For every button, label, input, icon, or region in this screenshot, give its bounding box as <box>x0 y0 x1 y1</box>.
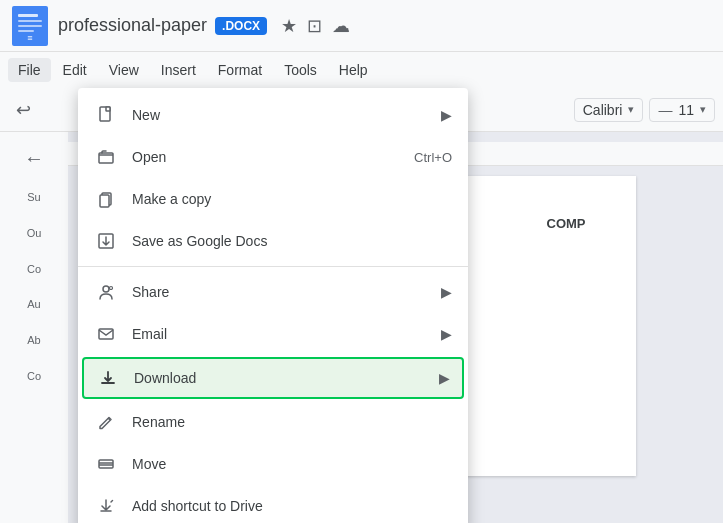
download-arrow: ▶ <box>439 370 450 386</box>
email-icon <box>94 322 118 346</box>
move-icon <box>94 452 118 476</box>
menu-item-share[interactable]: Share ▶ <box>78 271 468 313</box>
menu-open-label: Open <box>132 149 414 165</box>
menu-save-as-google-label: Save as Google Docs <box>132 233 452 249</box>
share-icon <box>94 280 118 304</box>
menu-item-move[interactable]: Move <box>78 443 468 485</box>
download-icon <box>96 366 120 390</box>
save-as-google-icon <box>94 229 118 253</box>
divider-1 <box>78 266 468 267</box>
dropdown-overlay: New ▶ Open Ctrl+O Make a copy Save as Go… <box>0 0 723 523</box>
rename-icon <box>94 410 118 434</box>
menu-new-label: New <box>132 107 433 123</box>
menu-rename-label: Rename <box>132 414 452 430</box>
svg-rect-10 <box>100 195 109 207</box>
svg-rect-14 <box>99 329 113 339</box>
svg-rect-15 <box>99 460 113 468</box>
open-icon <box>94 145 118 169</box>
menu-email-label: Email <box>132 326 433 342</box>
share-arrow: ▶ <box>441 284 452 300</box>
menu-item-save-as-google[interactable]: Save as Google Docs <box>78 220 468 262</box>
email-arrow: ▶ <box>441 326 452 342</box>
menu-share-label: Share <box>132 284 433 300</box>
menu-add-shortcut-label: Add shortcut to Drive <box>132 498 452 514</box>
menu-item-add-shortcut[interactable]: Add shortcut to Drive <box>78 485 468 523</box>
menu-download-label: Download <box>134 370 431 386</box>
open-shortcut: Ctrl+O <box>414 150 452 165</box>
file-dropdown-menu: New ▶ Open Ctrl+O Make a copy Save as Go… <box>78 88 468 523</box>
make-copy-icon <box>94 187 118 211</box>
menu-make-copy-label: Make a copy <box>132 191 452 207</box>
add-shortcut-icon <box>94 494 118 518</box>
menu-move-label: Move <box>132 456 452 472</box>
menu-item-make-copy[interactable]: Make a copy <box>78 178 468 220</box>
svg-rect-7 <box>106 107 110 111</box>
menu-item-new[interactable]: New ▶ <box>78 94 468 136</box>
menu-item-rename[interactable]: Rename <box>78 401 468 443</box>
new-arrow: ▶ <box>441 107 452 123</box>
menu-item-open[interactable]: Open Ctrl+O <box>78 136 468 178</box>
svg-point-13 <box>110 287 113 290</box>
svg-point-12 <box>103 286 109 292</box>
new-icon <box>94 103 118 127</box>
menu-item-email[interactable]: Email ▶ <box>78 313 468 355</box>
menu-item-download[interactable]: Download ▶ <box>82 357 464 399</box>
